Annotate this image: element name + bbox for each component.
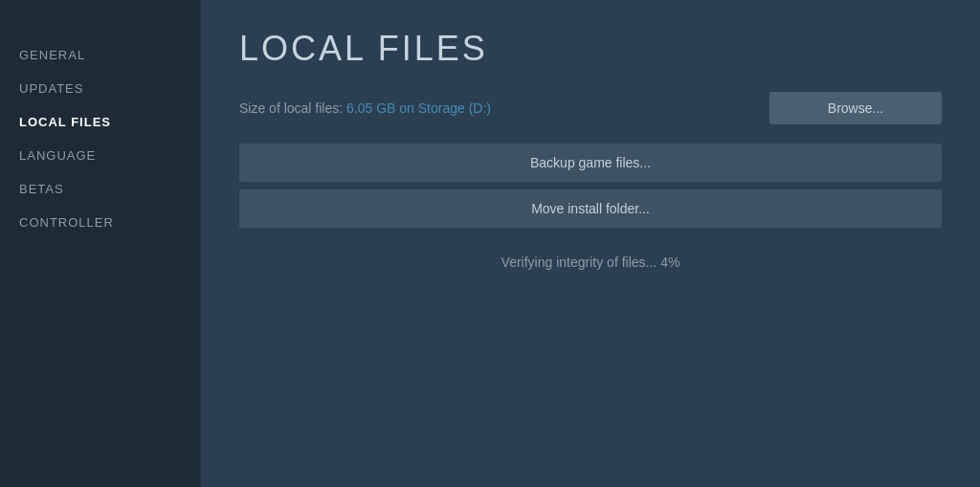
page-title: LOCAL FILES [239,29,942,69]
action-buttons-area: Backup game files... Move install folder… [239,144,942,235]
file-size-text: Size of local files: 6.05 GB on Storage … [239,100,491,116]
sidebar-item-general[interactable]: GENERAL [0,38,200,72]
verify-integrity-status: Verifying integrity of files... 4% [239,255,942,270]
browse-button[interactable]: Browse... [769,92,942,124]
main-content: LOCAL FILES Size of local files: 6.05 GB… [201,0,980,487]
move-install-folder-button[interactable]: Move install folder... [239,189,942,228]
sidebar-item-betas[interactable]: BETAS [0,172,200,206]
sidebar-item-language[interactable]: LANGUAGE [0,139,200,172]
sidebar-item-local-files[interactable]: LOCAL FILES [0,105,200,139]
sidebar-item-controller[interactable]: CONTROLLER [0,206,200,239]
file-size-row: Size of local files: 6.05 GB on Storage … [239,92,942,124]
backup-game-files-button[interactable]: Backup game files... [239,144,942,182]
file-size-value: 6.05 GB on Storage (D:) [346,100,491,116]
sidebar-item-updates[interactable]: UPDATES [0,72,200,105]
sidebar: GENERAL UPDATES LOCAL FILES LANGUAGE BET… [0,0,201,487]
